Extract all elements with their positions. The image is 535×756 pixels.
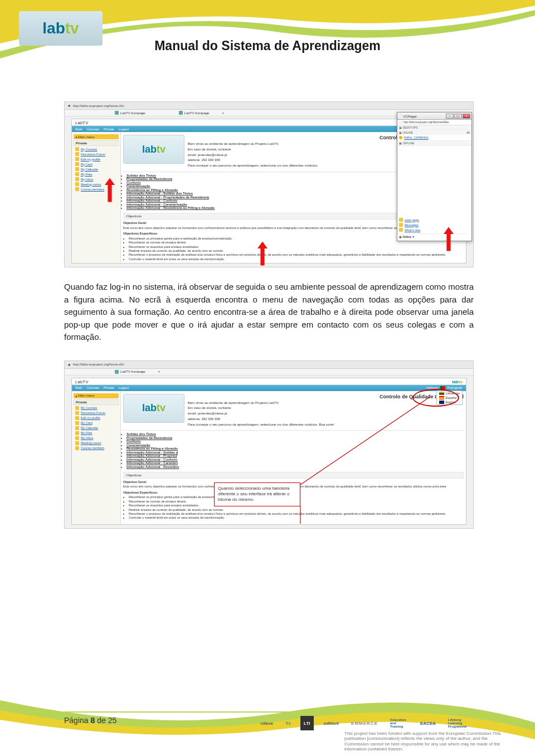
popup-online-dropdown[interactable]: ▣ Online ▼	[399, 233, 470, 238]
popup-titlebar[interactable]: 📄 VCPager – ▢ ×	[397, 113, 471, 120]
lang-pt-label[interactable]: Português	[448, 386, 463, 389]
user-icon	[75, 416, 79, 420]
folder-icon	[75, 431, 79, 435]
sidebar-item-my-card[interactable]: My Card	[74, 421, 119, 426]
popup-user[interactable]: FARIA, CARMINDA	[397, 135, 471, 140]
minimize-icon[interactable]: –	[446, 114, 454, 119]
messages-icon	[399, 223, 403, 227]
module-link[interactable]: Informação Adicional - Conforto	[127, 458, 464, 461]
module-link[interactable]: Conforto	[127, 440, 464, 443]
logo-emmerce: EMMERCE	[349, 716, 380, 730]
popup-link-whats-new[interactable]: What's new	[399, 227, 470, 232]
popup-offline-section[interactable]: ▣ OFFLINE	[397, 141, 471, 145]
home-icon	[399, 218, 403, 222]
browser-tab-2[interactable]: LabTV frontpage×	[179, 111, 224, 115]
body-paragraph: Quando faz log-in no sistema, irá observ…	[64, 281, 474, 344]
app-title: LabTV	[75, 120, 89, 124]
module-link[interactable]: Resistência ao Pilling e Abrasão	[127, 447, 464, 450]
sidebar-item-my-files[interactable]: My Files	[74, 431, 119, 436]
module-link[interactable]: Informação Adicional - Caracteri	[127, 461, 464, 465]
objectives-header: Objectivos	[123, 472, 464, 479]
sidebar-item-my-inbox[interactable]: My Inbox	[74, 436, 119, 441]
objective-item: Reconhecer o processo de realização de a…	[129, 512, 464, 516]
module-link[interactable]: Caracterização	[127, 443, 464, 447]
annotation-arrow-left	[105, 177, 115, 203]
sidebar-item-my-card[interactable]: My Card	[74, 162, 119, 167]
sidebar-item-my-files[interactable]: My Files	[74, 172, 119, 177]
objective-item: Controlar o material têxtil em todos os …	[129, 516, 464, 520]
popup-link-main-page[interactable]: main page	[399, 217, 470, 222]
sidebar-item-meeting-rooms[interactable]: Meeting rooms	[74, 441, 119, 446]
nav-private[interactable]: Private	[104, 386, 114, 389]
folder-icon	[75, 172, 79, 176]
browser-tab-1[interactable]: LabTV frontpage×	[115, 370, 160, 374]
page-number: Página 8 de 25	[64, 716, 116, 725]
annotation-ellipse	[412, 389, 459, 407]
favicon-icon	[115, 111, 119, 115]
sidebar-item-edit-profile[interactable]: Edit my profile	[74, 416, 119, 421]
objective-item: Reconhecer os requisitos para ensaios ac…	[129, 245, 464, 249]
module-list: Solidez dos Tintos Propriedades de Resis…	[127, 432, 464, 469]
chat-icon	[75, 152, 79, 156]
disclaimer-text: This project has been funded with suppor…	[344, 731, 512, 752]
sidebar-item-discussion-forum[interactable]: Discussion Forum	[74, 152, 119, 157]
maximize-icon[interactable]: ▢	[454, 114, 462, 119]
back-icon[interactable]: ◄	[67, 104, 71, 108]
sidebar-item-my-calendar[interactable]: My Calendar	[74, 167, 119, 172]
footer-logos: citeve T:I LTI editavê EMMERCE Education…	[259, 716, 474, 730]
popup-desktops-section[interactable]: ▣ DESKTOPS	[397, 125, 471, 130]
nav-start[interactable]: Start	[75, 386, 82, 389]
sidebar-item-my-calendar[interactable]: My Calendar	[74, 426, 119, 431]
module-link[interactable]: Informação Adicional - Propried	[127, 454, 464, 457]
members-icon	[75, 187, 79, 191]
annotation-arrow-center	[257, 240, 268, 267]
popup-online-section[interactable]: ▣ ONLINE#6	[397, 130, 471, 135]
sidebar-item-edit-profile[interactable]: Edit my profile	[74, 157, 119, 162]
logo-education-training: Education and Training	[388, 716, 410, 730]
document-title: Manual do Sistema de Aprendizagem	[0, 38, 535, 53]
back-icon[interactable]: ◄	[67, 363, 71, 367]
close-icon[interactable]: ×	[463, 114, 470, 119]
user-icon	[75, 157, 79, 161]
sidebar-category-private[interactable]: Private	[74, 399, 119, 405]
vcpager-popup[interactable]: 📄 VCPager – ▢ × 📄 http://labtv.euproject…	[397, 112, 472, 241]
card-icon	[75, 162, 79, 166]
logo-editave: editavê	[322, 716, 342, 730]
sidebar-item-my-courses[interactable]: My Courses	[74, 406, 119, 411]
objective-item: Realizar ensaios de controlo da qualidad…	[129, 508, 464, 512]
screenshot-1: ◄ http://labtv.euproject.org/home.cfm La…	[64, 101, 474, 267]
nav-logout[interactable]: Logout	[119, 128, 129, 131]
nav-courses[interactable]: Courses	[87, 128, 99, 131]
nav-private[interactable]: Private	[104, 128, 114, 131]
module-link[interactable]: Informação Adicional - Resistênc	[127, 465, 464, 469]
page-footer: Página 8 de 25 citeve T:I LTI editavê EM…	[64, 711, 474, 730]
objective-item: Reconhecer as normas de ensaios têxteis.	[129, 241, 464, 245]
svg-marker-2	[444, 227, 454, 251]
module-link[interactable]: Solidez dos Tintos	[127, 432, 464, 436]
screenshot-2: ◄ http://labtv.euproject.org/home.cfm La…	[64, 360, 474, 529]
sidebar-item-discussion-forum[interactable]: Discussion Forum	[74, 411, 119, 416]
sidebar-item-my-courses[interactable]: My Courses	[74, 147, 119, 152]
url-field[interactable]: http://labtv.euproject.org/home.cfm	[73, 104, 124, 108]
contact-email: email: pmendes@citeve.pt	[188, 412, 464, 416]
logo-lti: LTI	[300, 716, 313, 730]
popup-link-messages[interactable]: Messages	[399, 222, 470, 227]
presence-icon	[399, 136, 402, 139]
sidebar-category-private[interactable]: Private	[74, 140, 119, 146]
module-link[interactable]: Informação Adicional - Solidez d	[127, 451, 464, 454]
meeting-icon	[75, 441, 79, 445]
sidebar: ◂ Main menu Private My Courses Discussio…	[72, 392, 121, 524]
logo-eacea: EACEA	[418, 716, 438, 730]
browser-tab-1[interactable]: LabTV frontpage	[115, 111, 145, 115]
svg-marker-1	[257, 241, 268, 265]
sidebar-main-menu[interactable]: ◂ Main menu	[74, 393, 119, 398]
browser-address-bar: ◄ http://labtv.euproject.org/home.cfm	[65, 102, 473, 110]
sidebar-item-course-members[interactable]: Course members	[74, 446, 119, 451]
sidebar-main-menu[interactable]: ◂ Main menu	[74, 134, 119, 139]
app-logo-icon: labtv	[452, 379, 463, 383]
nav-logout[interactable]: Logout	[119, 386, 129, 389]
nav-start[interactable]: Start	[75, 128, 82, 131]
url-field[interactable]: http://labtv.euproject.org/home.cfm	[73, 363, 124, 366]
module-link[interactable]: Propriedades de Resistência	[127, 436, 464, 440]
nav-courses[interactable]: Courses	[87, 386, 99, 389]
